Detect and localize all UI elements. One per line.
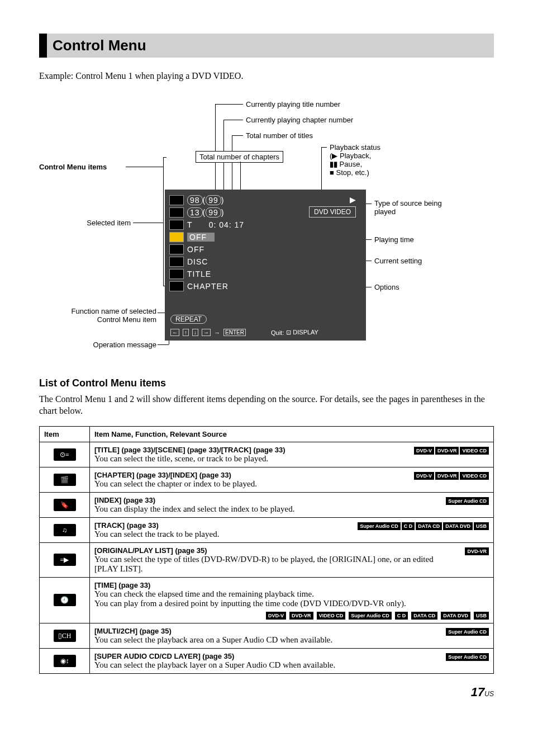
- osd-selected-value: OFF: [187, 233, 215, 242]
- source-badge: USB: [474, 522, 489, 530]
- osd-source-type: DVD VIDEO: [309, 206, 356, 218]
- line: [223, 120, 243, 120]
- table-row: 🔖Super Audio CD[INDEX] (page 33)You can …: [40, 492, 494, 517]
- item-icon: 🔖: [54, 499, 76, 511]
- source-badge: DVD-VR: [435, 472, 459, 480]
- osd-play-icon: ▶: [350, 195, 356, 204]
- source-badge: DVD-V: [414, 447, 434, 455]
- source-badge: VIDEO CD: [460, 447, 489, 455]
- osd-row: OFF: [187, 245, 204, 254]
- item-title: [ORIGINAL/PLAY LIST] (page 35): [94, 546, 489, 555]
- label-total-chapters: Total number of chapters: [196, 151, 283, 163]
- label-curr-title: Currently playing title number: [246, 100, 340, 108]
- source-badge: DATA CD: [416, 522, 442, 530]
- source-badge: DVD-V: [266, 612, 286, 620]
- osd-quit-hint: Quit: ⊡ DISPLAY: [271, 329, 318, 336]
- line: [126, 167, 164, 167]
- control-menu-items-table: Item Item Name, Function, Relevant Sourc…: [39, 426, 494, 674]
- source-badge: DATA DVD: [443, 522, 473, 530]
- item-title: [TIME] (page 33): [94, 581, 489, 589]
- subheading: List of Control Menu items: [39, 377, 494, 389]
- source-badge: VIDEO CD: [460, 472, 489, 480]
- item-icon: 🎬: [54, 474, 76, 486]
- osd-chapter-row: 13(99): [187, 208, 225, 217]
- source-badge: DATA CD: [411, 612, 437, 620]
- table-row: ◉↕Super Audio CD[SUPER AUDIO CD/CD LAYER…: [40, 648, 494, 673]
- badges: Super Audio CD: [445, 652, 489, 661]
- table-row: ≡▶DVD-VR[ORIGINAL/PLAY LIST] (page 35)Yo…: [40, 542, 494, 577]
- label-playing-time: Playing time: [374, 235, 414, 244]
- badges: Super Audio CDC DDATA CDDATA DVDUSB: [356, 521, 489, 530]
- item-desc: You can play from a desired point by inp…: [94, 599, 489, 608]
- page-heading-bar: Control Menu: [39, 34, 494, 58]
- item-desc-cell: [TIME] (page 33)You can check the elapse…: [90, 577, 494, 623]
- label-playback-status-1: Playback status: [330, 143, 380, 152]
- item-desc: You can display the index and select the…: [94, 504, 489, 514]
- item-desc-cell: Super Audio CDC DDATA CDDATA DVDUSB[TRAC…: [90, 517, 494, 542]
- brace-line: [163, 157, 164, 286]
- source-badge: USB: [474, 612, 489, 620]
- label-func-name-2: Control Menu item: [39, 315, 156, 324]
- item-title: [INDEX] (page 33): [94, 496, 489, 504]
- item-desc-cell: Super Audio CD[INDEX] (page 33)You can d…: [90, 492, 494, 517]
- label-total-titles: Total number of titles: [246, 131, 313, 140]
- intro-text: The Control Menu 1 and 2 will show diffe…: [39, 394, 494, 417]
- item-icon-cell: ♫: [40, 517, 90, 542]
- source-badge: DVD-V: [414, 472, 434, 480]
- col-header-item: Item: [40, 426, 90, 442]
- page-footer: 17US: [39, 685, 494, 700]
- item-desc: You can select the type of titles (DVD-R…: [94, 555, 489, 574]
- osd-icon: [169, 269, 184, 279]
- osd-icon: [169, 281, 184, 291]
- badges: DVD-VDVD-VRVIDEO CD: [413, 446, 489, 455]
- badges: DVD-VDVD-VRVIDEO CD: [413, 471, 489, 480]
- item-desc: You can select the chapter or index to b…: [94, 479, 489, 489]
- item-icon-cell: 🔖: [40, 492, 90, 517]
- label-control-menu-items: Control Menu items: [39, 163, 107, 171]
- osd-row: TITLE: [187, 270, 211, 278]
- line: [133, 223, 164, 223]
- line: [232, 135, 243, 136]
- item-icon: 🕘: [54, 594, 76, 606]
- example-text: Example: Control Menu 1 when playing a D…: [39, 71, 494, 81]
- item-desc-cell: DVD-VDVD-VRVIDEO CD[CHAPTER] (page 33)/[…: [90, 467, 494, 492]
- item-icon-cell: ◉↕: [40, 648, 90, 673]
- label-type-source-1: Type of source being: [374, 199, 442, 207]
- osd-row: CHAPTER: [187, 282, 229, 291]
- item-icon: ≡▶: [54, 554, 76, 566]
- source-badge: DATA DVD: [441, 612, 470, 620]
- badges: DVD-VR: [464, 546, 489, 555]
- source-badge: Super Audio CD: [446, 653, 489, 661]
- item-desc: You can select the title, scene, or trac…: [94, 454, 489, 464]
- source-badge: VIDEO CD: [317, 612, 346, 620]
- item-desc-cell: Super Audio CD[MULTI/2CH] (page 35)You c…: [90, 623, 494, 648]
- label-current-setting: Current setting: [374, 257, 422, 265]
- item-desc-cell: DVD-VDVD-VRVIDEO CD[TITLE] (page 33)/[SC…: [90, 442, 494, 467]
- osd-row: DISC: [187, 257, 208, 266]
- item-icon: ♫: [54, 524, 76, 536]
- item-icon: ⊙≡: [54, 448, 76, 461]
- osd-icon: [169, 257, 184, 267]
- table-row: ▯CHSuper Audio CD[MULTI/2CH] (page 35)Yo…: [40, 623, 494, 648]
- item-icon: ◉↕: [54, 655, 76, 667]
- badges: Super Audio CD: [445, 627, 489, 636]
- label-playback-status-2: (▶ Playback,: [330, 152, 371, 160]
- page-heading: Control Menu: [53, 37, 488, 54]
- osd-icon: [169, 207, 184, 218]
- osd-icon: [169, 195, 184, 205]
- line: [232, 135, 232, 194]
- item-desc: You can check the elapsed time and the r…: [94, 589, 489, 599]
- osd-icon-selected: [169, 232, 184, 242]
- page-number: 17: [471, 685, 484, 699]
- source-badge: DVD-VR: [435, 447, 459, 455]
- line: [321, 147, 322, 192]
- item-icon-cell: ⊙≡: [40, 442, 90, 467]
- line: [163, 157, 166, 158]
- source-badge: DVD-VR: [465, 547, 489, 555]
- label-playback-status-3: ▮▮ Pause,: [330, 160, 362, 168]
- line: [215, 104, 243, 105]
- source-badge: Super Audio CD: [446, 497, 489, 505]
- item-desc-cell: DVD-VR[ORIGINAL/PLAY LIST] (page 35)You …: [90, 542, 494, 577]
- item-icon-cell: ≡▶: [40, 542, 90, 577]
- source-badge: C D: [395, 612, 408, 620]
